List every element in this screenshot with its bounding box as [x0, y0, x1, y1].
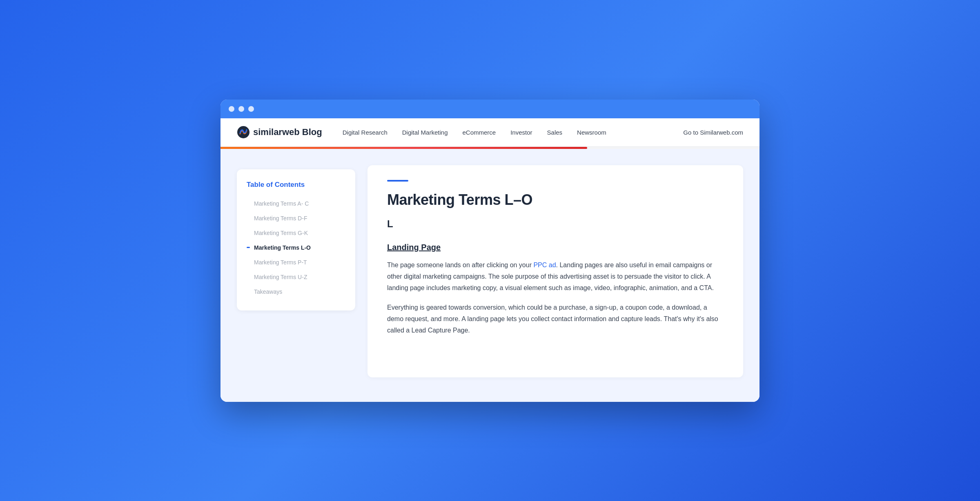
browser-dot-1 — [229, 106, 234, 112]
toc-item-lo[interactable]: Marketing Terms L-O — [247, 240, 345, 255]
browser-window: similarweb Blog Digital Research Digital… — [220, 100, 760, 402]
toc-title: Table of Contents — [247, 181, 345, 189]
article-title: Marketing Terms L–O — [387, 191, 724, 208]
article-ppc-link[interactable]: PPC ad — [533, 262, 556, 268]
toc-item-df[interactable]: Marketing Terms D-F — [247, 211, 345, 226]
toc-active-indicator — [247, 247, 250, 248]
logo-text: similarweb Blog — [253, 127, 322, 137]
nav-link-digital-research[interactable]: Digital Research — [343, 129, 388, 136]
nav-cta-link[interactable]: Go to Similarweb.com — [683, 129, 743, 136]
main-content: Table of Contents Marketing Terms A- C M… — [220, 149, 760, 402]
article-p1-before-link: The page someone lands on after clicking… — [387, 262, 533, 268]
article-letter: L — [387, 218, 724, 230]
progress-bar-container — [220, 147, 760, 149]
browser-titlebar — [220, 100, 760, 118]
toc-item-uz[interactable]: Marketing Terms U-Z — [247, 270, 345, 284]
toc-item-pt[interactable]: Marketing Terms P-T — [247, 255, 345, 270]
article-accent-bar — [387, 180, 408, 182]
browser-dot-2 — [238, 106, 244, 112]
similarweb-logo-icon — [237, 126, 250, 139]
nav-link-investor[interactable]: Investor — [510, 129, 532, 136]
nav-links: Digital Research Digital Marketing eComm… — [343, 129, 684, 136]
toc-item-takeaways[interactable]: Takeaways — [247, 284, 345, 299]
nav-link-sales[interactable]: Sales — [547, 129, 563, 136]
site-nav: similarweb Blog Digital Research Digital… — [220, 118, 760, 147]
nav-link-newsroom[interactable]: Newsroom — [577, 129, 606, 136]
browser-dot-3 — [248, 106, 254, 112]
site-logo[interactable]: similarweb Blog — [237, 126, 322, 139]
article-paragraph-2: Everything is geared towards conversion,… — [387, 302, 724, 336]
article-term-heading: Landing Page — [387, 243, 724, 252]
toc-item-ac[interactable]: Marketing Terms A- C — [247, 196, 345, 211]
article-body: Landing Page The page someone lands on a… — [387, 243, 724, 336]
toc-sidebar: Table of Contents Marketing Terms A- C M… — [237, 169, 355, 310]
progress-bar-fill — [220, 147, 587, 149]
article-content: Marketing Terms L–O L Landing Page The p… — [368, 165, 743, 377]
toc-item-gk[interactable]: Marketing Terms G-K — [247, 226, 345, 240]
article-paragraph-1: The page someone lands on after clicking… — [387, 259, 724, 294]
nav-link-digital-marketing[interactable]: Digital Marketing — [402, 129, 448, 136]
nav-link-ecommerce[interactable]: eCommerce — [462, 129, 496, 136]
